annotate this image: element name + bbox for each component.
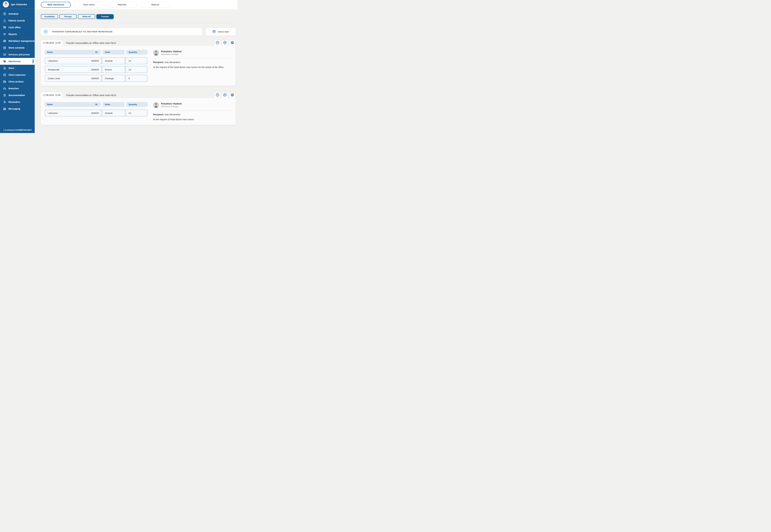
sidebar-item-label: Warehouse bbox=[8, 60, 21, 63]
sidebar-item-label: Reports bbox=[8, 33, 17, 35]
sidebar-item-reminders[interactable]: Reminders bbox=[0, 99, 35, 105]
collapse-button[interactable] bbox=[214, 40, 220, 46]
transfer-actions bbox=[214, 92, 236, 98]
transfer-title: Transfer consumables to: Office store ro… bbox=[66, 94, 116, 96]
subtab-write-off[interactable]: Write-off bbox=[78, 14, 95, 19]
chevron-up-circle-icon bbox=[215, 41, 219, 45]
sidebar-item-reports[interactable]: Reports bbox=[0, 31, 35, 38]
details-button[interactable] bbox=[222, 92, 228, 98]
sidebar-item-work-schedule[interactable]: Work schedule bbox=[0, 44, 35, 51]
subtab-availability[interactable]: Availability bbox=[41, 14, 58, 19]
cell-quantity: 14 bbox=[126, 110, 147, 116]
sidebar-item-schedule[interactable]: Schedule bbox=[0, 10, 35, 17]
print-button[interactable] bbox=[229, 40, 235, 46]
people-icon bbox=[3, 19, 7, 23]
column-header-name-id: Name ID bbox=[45, 50, 101, 55]
item-name: Lidocaine bbox=[48, 112, 58, 114]
subtab-receipt[interactable]: Receipt bbox=[59, 14, 77, 19]
sidebar-item-clinic-archive[interactable]: Clinic Archive bbox=[0, 78, 35, 85]
sidebar-item-patient-records[interactable]: Patient records bbox=[0, 17, 35, 24]
logo-text: emexes-COSMETOLOGY bbox=[7, 129, 32, 131]
user-name: Igor Globenko bbox=[11, 3, 27, 6]
select-date-button[interactable]: Select date bbox=[205, 28, 236, 35]
clipboard-icon bbox=[3, 12, 7, 16]
equals-circle-icon bbox=[223, 93, 227, 97]
manager-name: Poluektov Vladimir bbox=[161, 50, 182, 53]
sidebar-item-warehouse[interactable]: Warehouse bbox=[0, 58, 35, 65]
banner-title: TRANSFER CONSUMABLES TO ANOTHER WAREHOUS… bbox=[52, 31, 113, 33]
table-row: Lidocaine364830 Ampule 14 bbox=[45, 57, 148, 64]
transfer-time: 11:45 bbox=[55, 42, 61, 44]
table-row: Lidocaine364830 Ampule 14 bbox=[45, 109, 148, 117]
transfer-note: At the request of the head doctor Ivan I… bbox=[153, 65, 225, 69]
sidebar: Igor Globenko Schedule Patient records C… bbox=[0, 0, 35, 133]
bar-chart-icon bbox=[3, 73, 7, 77]
sidebar-item-label: Clinic expenses bbox=[8, 74, 26, 76]
tab-label: Balance bbox=[151, 3, 159, 6]
sidebar-item-label: Messaging bbox=[8, 108, 20, 110]
cell-units: Ampule bbox=[102, 58, 125, 64]
banner-row: TRANSFER CONSUMABLES TO ANOTHER WAREHOUS… bbox=[41, 28, 236, 35]
user-profile[interactable]: Igor Globenko bbox=[0, 0, 35, 9]
document-icon bbox=[3, 93, 7, 97]
recipient-name: Ivan Alexandrov bbox=[164, 61, 180, 63]
item-name: Streptocide bbox=[48, 68, 59, 71]
tab-label: Materials bbox=[118, 3, 127, 6]
wallet-icon bbox=[3, 25, 7, 29]
chevron-down-circle-icon bbox=[215, 93, 219, 97]
sidebar-item-workplace-management[interactable]: Workplace management bbox=[0, 38, 35, 44]
sidebar-item-branches[interactable]: Branches bbox=[0, 85, 35, 92]
sidebar-item-label: Work schedule bbox=[8, 47, 25, 49]
sidebar-item-services-and-prices[interactable]: Services and prices bbox=[0, 51, 35, 58]
printer-icon bbox=[230, 41, 234, 45]
tab-label: Store rooms bbox=[83, 3, 95, 6]
select-date-label: Select date bbox=[218, 31, 229, 33]
sidebar-item-label: Services and prices bbox=[8, 53, 30, 56]
cell-name-id: Streptocide364830 bbox=[45, 67, 101, 72]
shopping-bag-icon bbox=[3, 66, 7, 70]
arrow-right-circle-icon bbox=[43, 29, 48, 34]
tab-materials[interactable]: Materials bbox=[107, 2, 137, 8]
equals-circle-icon bbox=[223, 41, 227, 45]
item-name: Lidocaine bbox=[48, 59, 58, 62]
transfer-actions bbox=[214, 40, 236, 46]
cell-name-id: Lidocaine364830 bbox=[45, 110, 101, 116]
expand-button[interactable] bbox=[214, 92, 220, 98]
print-button[interactable] bbox=[229, 92, 235, 98]
sidebar-item-messaging[interactable]: Messaging bbox=[0, 105, 35, 112]
cell-quantity: 5 bbox=[126, 75, 147, 81]
column-header-name-id: Name ID bbox=[45, 102, 101, 107]
subtab-label: Write-off bbox=[82, 15, 90, 18]
transfer-datetime: 17.06.2024 11:45 bbox=[41, 40, 63, 46]
manager-name: Poluektov Vladimir bbox=[161, 102, 182, 105]
transfer-card: Name ID Units Quantity Lidocaine364830 A… bbox=[41, 46, 236, 86]
consumables-table: Name ID Units Quantity Lidocaine364830 A… bbox=[45, 102, 148, 121]
details-button[interactable] bbox=[222, 40, 228, 46]
manager-role: warehouse manager bbox=[161, 105, 182, 108]
subtab-transfer[interactable]: Transfer bbox=[96, 14, 114, 19]
sidebar-item-store[interactable]: Store bbox=[0, 65, 35, 72]
tab-balance[interactable]: Balance bbox=[140, 2, 170, 8]
transfer-card-header: 17.06.2024 11:45 Transfer consumables to… bbox=[41, 92, 236, 98]
item-id: 364830 bbox=[91, 59, 99, 62]
tab-main-warehouse[interactable]: Main warehouse bbox=[41, 2, 71, 8]
sidebar-item-label: Cash office bbox=[8, 26, 21, 29]
column-header-units: Units bbox=[102, 50, 125, 55]
cell-name-id: Lidocaine364830 bbox=[45, 58, 101, 64]
sidebar-item-cash-office[interactable]: Cash office bbox=[0, 24, 35, 31]
cell-quantity: 14 bbox=[126, 67, 147, 72]
recipient-line: Recipient: Ivan Alexandrov bbox=[153, 113, 232, 116]
logo-bar-icon bbox=[5, 129, 5, 131]
column-header-units: Units bbox=[102, 102, 125, 107]
table-header-row: Name ID Units Quantity bbox=[45, 102, 148, 107]
tab-store-rooms[interactable]: Store rooms bbox=[74, 2, 104, 8]
transfer-details: Poluektov Vladimir warehouse manager Rec… bbox=[148, 102, 232, 121]
logo-bar-icon bbox=[3, 129, 4, 131]
manager-avatar bbox=[153, 50, 159, 56]
transfer-banner[interactable]: TRANSFER CONSUMABLES TO ANOTHER WAREHOUS… bbox=[41, 28, 202, 35]
sidebar-item-documentation[interactable]: Documentation bbox=[0, 92, 35, 99]
warehouse-subtabs: Availability Receipt Write-off Transfer bbox=[41, 14, 236, 19]
chat-bubble-icon bbox=[3, 32, 7, 36]
subtab-label: Availability bbox=[44, 15, 55, 18]
sidebar-item-clinic-expenses[interactable]: Clinic expenses bbox=[0, 72, 35, 78]
